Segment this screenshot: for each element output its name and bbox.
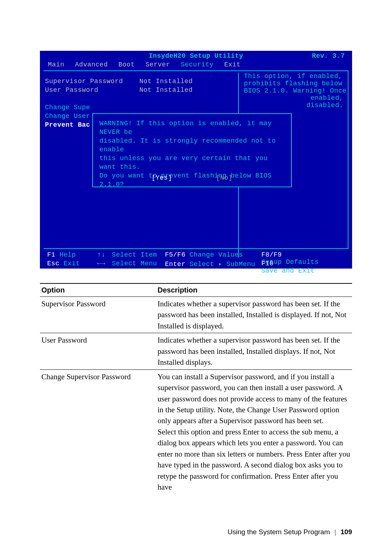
f10-key: F10 — [261, 260, 274, 267]
f1-key: F1 — [47, 251, 56, 258]
tab-security[interactable]: Security — [181, 61, 213, 68]
help-line-0: This option, if enabled, — [244, 73, 347, 80]
user-password-row: User Password Not Installed — [45, 86, 241, 95]
dialog-line-1: disabled. It is strongly recommended not… — [99, 136, 285, 154]
tab-exit[interactable]: Exit — [224, 61, 241, 68]
page-footer: Using the System Setup Program | 109 — [228, 528, 352, 536]
options-description-table: Option Description Supervisor Password I… — [40, 283, 352, 494]
bios-tabs: Main Advanced Boot Server Security Exit — [40, 61, 352, 70]
help-line-4: disabled. — [244, 102, 347, 109]
help-line-3: enabled, — [244, 94, 347, 102]
tab-server[interactable]: Server — [146, 61, 170, 68]
header-option: Option — [40, 283, 156, 297]
row-0-description: Indicates whether a supervisor password … — [156, 297, 352, 333]
table-row: User Password Indicates whether a superv… — [40, 333, 352, 369]
row-2-description: You can install a Supervisor password, a… — [156, 369, 352, 494]
bios-footer: F1 Help ↑↓Select Item F5/F6 Change Value… — [40, 250, 352, 269]
confirmation-dialog: WARNING! If this option is enabled, it m… — [92, 113, 292, 187]
tab-boot[interactable]: Boot — [118, 61, 135, 68]
footer-page-number: 109 — [340, 528, 352, 536]
bios-body: Supervisor Password Not Installed User P… — [45, 73, 347, 248]
dialog-yes-button[interactable]: [Yes] — [151, 174, 172, 181]
dialog-buttons: [Yes] [No] — [93, 174, 291, 181]
table-row: Change Supervisor Password You can insta… — [40, 369, 352, 494]
bios-header: InsydeH20 Setup Utility Rev. 3.7 — [40, 51, 352, 61]
tab-advanced[interactable]: Advanced — [75, 61, 108, 68]
bios-revision: Rev. 3.7 — [312, 52, 345, 60]
row-2-option: Change Supervisor Password — [40, 369, 156, 494]
row-1-option: User Password — [40, 333, 156, 369]
f5f6-key: F5/F6 — [165, 251, 185, 258]
supervisor-password-value: Not Installed — [139, 78, 193, 86]
footer-divider: | — [335, 528, 336, 536]
select-item-label: Select Item — [112, 251, 157, 258]
user-password-label: User Password — [45, 86, 139, 95]
exit-label: Exit — [64, 260, 80, 267]
bios-screenshot: InsydeH20 Setup Utility Rev. 3.7 Main Ad… — [40, 51, 352, 269]
select-menu-label: Select Menu — [112, 260, 157, 267]
esc-key: Esc — [47, 260, 60, 267]
save-exit-label: Save and Exit — [261, 267, 315, 274]
arrows-v: ↑↓ — [97, 251, 106, 258]
row-0-option: Supervisor Password — [40, 297, 156, 333]
footer-section: Using the System Setup Program — [228, 528, 330, 536]
change-supervisor-label: Change Supe — [45, 104, 139, 113]
supervisor-password-label: Supervisor Password — [45, 78, 139, 86]
dialog-line-0: WARNING! If this option is enabled, it m… — [99, 119, 285, 136]
user-password-value: Not Installed — [139, 86, 193, 95]
bios-title: InsydeH20 Setup Utility — [149, 52, 243, 60]
header-description: Description — [156, 283, 352, 297]
change-supervisor-row[interactable]: Change Supe — [45, 104, 241, 113]
submenu-label: Select ▸ SubMenu — [189, 260, 255, 268]
dialog-line-2: this unless you are very certain that yo… — [99, 154, 285, 171]
tab-main[interactable]: Main — [48, 61, 64, 68]
help-line-2: BIOS 2.1.0. Warning! Once — [244, 87, 347, 94]
supervisor-password-row: Supervisor Password Not Installed — [45, 78, 241, 86]
change-values-label: Change Values — [189, 251, 243, 258]
f8f9-key: F8/F9 — [261, 251, 282, 258]
table-row: Supervisor Password Indicates whether a … — [40, 297, 352, 333]
help-line-1: prohibits flashing below — [244, 80, 347, 87]
arrows-h: ←→ — [97, 260, 106, 267]
f1-label: Help — [60, 251, 76, 258]
dialog-no-button[interactable]: [No] — [216, 174, 232, 181]
row-1-description: Indicates whether a supervisor password … — [156, 333, 352, 369]
enter-key: Enter — [165, 261, 185, 268]
